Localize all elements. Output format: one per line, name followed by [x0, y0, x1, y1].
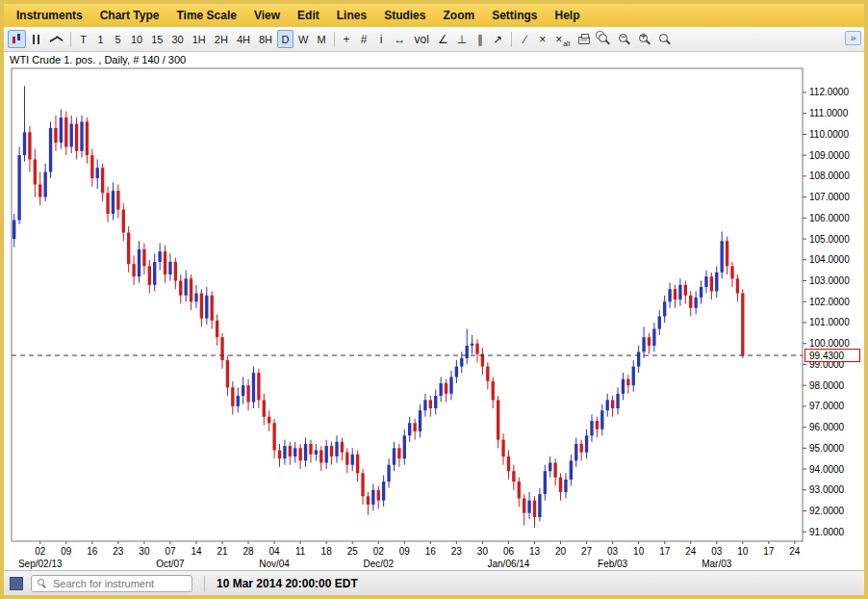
- svg-text:93.0000: 93.0000: [809, 484, 845, 495]
- timescale-button-1[interactable]: 1: [92, 30, 109, 48]
- parallel-lines-button[interactable]: ∥: [472, 30, 488, 48]
- line-chart-icon: [50, 34, 63, 44]
- timescale-button-m[interactable]: M: [313, 30, 329, 48]
- svg-text:24: 24: [685, 546, 697, 557]
- svg-text:102.0000: 102.0000: [809, 297, 850, 307]
- timescale-button-w[interactable]: W: [294, 30, 312, 48]
- status-bar: 10 Mar 2014 20:00:00 EDT: [4, 570, 864, 595]
- zoom-in-button[interactable]: [635, 30, 654, 48]
- zoom-in-icon: [639, 34, 648, 42]
- menu-item-lines[interactable]: Lines: [328, 6, 375, 25]
- svg-text:14: 14: [191, 546, 202, 557]
- search-box: [31, 574, 192, 592]
- search-input[interactable]: [31, 575, 192, 592]
- svg-text:Sep/02/13: Sep/02/13: [18, 559, 63, 569]
- timescale-button-d[interactable]: D: [277, 30, 294, 48]
- timescale-button-5[interactable]: 5: [110, 30, 126, 48]
- svg-text:10: 10: [737, 546, 749, 557]
- search-icon: [38, 579, 44, 586]
- separator: [70, 32, 71, 47]
- menu-item-edit[interactable]: Edit: [289, 6, 328, 25]
- timescale-button-15[interactable]: 15: [147, 30, 166, 48]
- ohlc-bars-icon-button[interactable]: [27, 30, 45, 48]
- trend-line-button[interactable]: ∠: [434, 30, 452, 48]
- menu-item-view[interactable]: View: [245, 6, 289, 25]
- zoom-out-button[interactable]: [615, 30, 634, 48]
- toolbar-collapse-button[interactable]: »: [845, 31, 861, 45]
- chart-canvas[interactable]: 91.000092.000093.000094.000095.000096.00…: [4, 66, 864, 570]
- svg-text:17: 17: [659, 546, 671, 557]
- svg-text:104.0000: 104.0000: [809, 254, 850, 265]
- freehand-line-icon: ∕: [524, 34, 526, 45]
- svg-text:Dec/02: Dec/02: [363, 559, 394, 569]
- grid-button[interactable]: #: [356, 30, 372, 48]
- menu-item-settings[interactable]: Settings: [483, 6, 546, 25]
- volume-button[interactable]: vol: [411, 30, 433, 48]
- ray-line-button[interactable]: ↗: [489, 30, 506, 48]
- zoom-range-button[interactable]: [655, 30, 675, 48]
- svg-text:30: 30: [477, 546, 489, 557]
- delete-all-lines-icon: ×: [555, 34, 562, 45]
- volume-icon: vol: [415, 34, 429, 45]
- parallel-lines-icon: ∥: [477, 34, 483, 45]
- menu-item-help[interactable]: Help: [546, 6, 588, 25]
- status-square-icon[interactable]: [10, 577, 23, 590]
- svg-text:99.4300: 99.4300: [809, 351, 845, 361]
- delete-all-lines-icon-sub: all: [563, 40, 570, 47]
- menu-item-studies[interactable]: Studies: [375, 6, 434, 25]
- menu-item-time-scale[interactable]: Time Scale: [167, 6, 244, 25]
- timescale-button-t[interactable]: T: [75, 30, 91, 48]
- svg-text:103.0000: 103.0000: [809, 275, 850, 286]
- zoom-out-icon: [619, 34, 627, 42]
- timescale-button-2h[interactable]: 2H: [211, 30, 232, 48]
- svg-text:94.0000: 94.0000: [809, 464, 845, 475]
- svg-text:27: 27: [581, 546, 593, 557]
- timescale-button-8h[interactable]: 8H: [255, 30, 276, 48]
- svg-text:Jan/06/14: Jan/06/14: [487, 559, 529, 569]
- svg-text:06: 06: [503, 546, 515, 557]
- menu-item-chart-type[interactable]: Chart Type: [91, 6, 168, 25]
- timescale-button-10[interactable]: 10: [127, 30, 146, 48]
- timescale-button-4h[interactable]: 4H: [233, 30, 254, 48]
- ray-line-icon: ↗: [493, 34, 502, 45]
- delete-line-button[interactable]: ×: [534, 30, 550, 48]
- svg-text:107.0000: 107.0000: [809, 192, 850, 202]
- svg-text:09: 09: [399, 546, 411, 557]
- candlestick-chart-icon-button[interactable]: [8, 30, 26, 48]
- separator: [204, 576, 205, 591]
- delete-all-lines-button[interactable]: ×all: [551, 30, 574, 48]
- svg-text:20: 20: [555, 546, 567, 557]
- toolbar: T151015301H2H4H8HDWM +#i↔vol∠⊥∥↗∕××all »: [4, 27, 864, 52]
- svg-text:100.0000: 100.0000: [809, 338, 850, 349]
- vertical-line-icon: ⊥: [457, 34, 467, 45]
- svg-text:09: 09: [61, 546, 72, 557]
- svg-text:25: 25: [347, 546, 359, 557]
- timescale-button-30[interactable]: 30: [168, 30, 188, 48]
- menu-item-zoom[interactable]: Zoom: [434, 6, 483, 25]
- crosshair-icon: +: [344, 34, 350, 45]
- menu-item-instruments[interactable]: Instruments: [8, 6, 91, 25]
- print-preview-button[interactable]: [595, 30, 614, 48]
- svg-text:91.0000: 91.0000: [809, 527, 845, 537]
- crosshair-button[interactable]: +: [339, 30, 355, 48]
- chart-area: WTI Crude 1. pos. , Daily, # 140 / 300 9…: [4, 52, 864, 570]
- app-window: InstrumentsChart TypeTime ScaleViewEditL…: [0, 0, 868, 599]
- vertical-line-button[interactable]: ⊥: [453, 30, 471, 48]
- trend-line-icon: ∠: [438, 34, 448, 45]
- separator: [511, 32, 512, 47]
- svg-text:17: 17: [763, 546, 775, 557]
- svg-text:16: 16: [87, 546, 98, 557]
- svg-text:109.0000: 109.0000: [809, 150, 850, 161]
- candlestick-chart-icon: [12, 33, 22, 45]
- line-chart-icon-button[interactable]: [46, 30, 66, 48]
- expand-horizontal-button[interactable]: ↔: [391, 30, 410, 48]
- svg-text:111.0000: 111.0000: [809, 108, 849, 118]
- delete-line-icon: ×: [539, 34, 546, 45]
- freehand-line-button[interactable]: ∕: [517, 30, 533, 48]
- timescale-button-1h[interactable]: 1H: [189, 30, 210, 48]
- price-axis: 91.000092.000093.000094.000095.000096.00…: [803, 87, 850, 536]
- info-button[interactable]: i: [373, 30, 390, 48]
- time-axis: 0209162330071421280411182502091623300613…: [18, 541, 801, 569]
- timescale-group: T151015301H2H4H8HDWM: [75, 30, 330, 48]
- printer-button[interactable]: [574, 30, 594, 48]
